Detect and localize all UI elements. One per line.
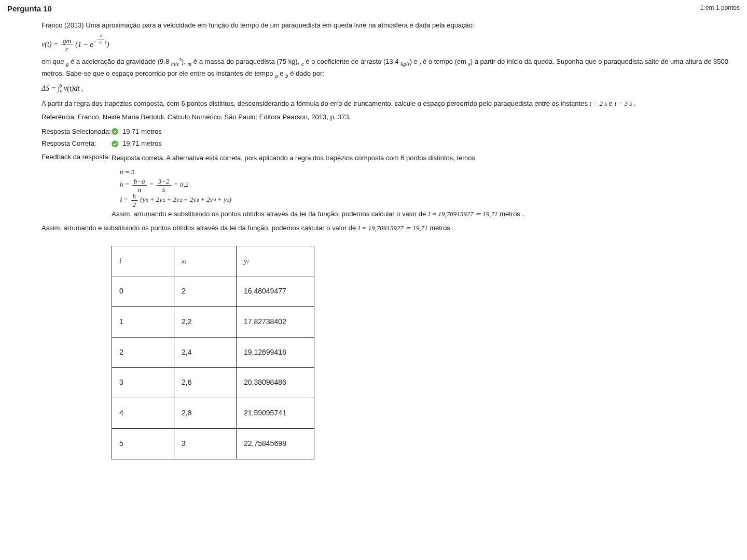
t2: t = 3 s xyxy=(615,100,632,107)
eq1-exp-num: c xyxy=(98,34,104,39)
table-row: 5322,75845698 xyxy=(112,428,314,459)
eq1-exp-den: m xyxy=(98,39,104,45)
table-cell: 2,8 xyxy=(174,398,237,429)
feedback-label: Feedback da resposta: xyxy=(42,152,112,221)
table-cell: 19,12699418 xyxy=(237,337,314,368)
table-cell: 17,82738402 xyxy=(237,307,314,338)
question-body: Franco (2013) Uma aproximação para a vel… xyxy=(42,20,737,459)
var-t: t xyxy=(419,61,421,67)
check-icon xyxy=(112,141,118,147)
answer-block: Resposta Selecionada: 19,71 metros Respo… xyxy=(42,127,737,149)
txt: n xyxy=(132,186,147,193)
data-table: i xᵢ yᵢ 0216,4804947712,217,8273840222,4… xyxy=(112,246,314,459)
txt: 5 xyxy=(157,186,171,193)
var-g: g xyxy=(66,61,68,67)
txt: é o coeficiente de arrasto (13,4 xyxy=(306,58,400,65)
var-c: c xyxy=(301,61,304,67)
txt: (y₀ + 2y₁ + 2y₂ + 2y₃ + 2y₄ + y₅) xyxy=(140,196,231,204)
txt: h xyxy=(131,193,138,201)
txt: é a massa do paraquedista (75 kg), xyxy=(193,58,301,65)
problem-task: A partir da regra dos trapézios composta… xyxy=(42,99,737,109)
problem-reference: Referência: Franco, Neide Maria Bertoldi… xyxy=(42,112,737,122)
feedback-conclusion-2: Assim, arrumando e substituindo os ponto… xyxy=(42,223,737,233)
txt: Assim, arrumando e substituindo os ponto… xyxy=(42,224,358,232)
eq1-rhs-a: (1 − e xyxy=(75,40,93,48)
fm-n: n = 5 xyxy=(120,166,737,178)
table-cell: 22,75845698 xyxy=(237,428,314,459)
txt: é dado por: xyxy=(290,69,324,77)
table-cell: 2,6 xyxy=(174,368,237,398)
t1: t = 2 s xyxy=(590,100,607,107)
question-points: 1 em 1 pontos xyxy=(700,4,740,11)
correct-answer-value: 19,71 metros xyxy=(122,138,162,149)
problem-description: em que g é a aceleração da gravidade (9,… xyxy=(42,57,737,80)
table-row: 12,217,82738402 xyxy=(112,307,314,338)
feedback-math: n = 5 h = b−an = 3−25 = 0,2 I = h2 (y₀ +… xyxy=(120,166,737,208)
eq2-lhs: ΔS = ∫ xyxy=(42,85,60,92)
fm-I: I = h2 (y₀ + 2y₁ + 2y₂ + 2y₃ + 2y₄ + y₅) xyxy=(120,193,737,208)
txt: A partir da regra dos trapézios composta… xyxy=(42,100,590,107)
txt: . xyxy=(632,100,635,107)
txt: metros . xyxy=(498,210,524,218)
table-cell: 4 xyxy=(112,398,174,429)
I-val-1: I = 19,70915927 ≃ 19,71 xyxy=(428,210,498,218)
txt: em que xyxy=(42,58,66,65)
fm-h: h = b−an = 3−25 = 0,2 xyxy=(120,178,737,193)
question-number: Pergunta 10 xyxy=(7,4,52,13)
txt: ) e xyxy=(410,58,420,65)
I-val-2: I = 19,70915927 ≃ 19,71 xyxy=(358,224,428,232)
txt: 2 xyxy=(131,201,138,208)
eq1-frac-den: c xyxy=(61,45,73,52)
table-cell: 2,2 xyxy=(174,307,237,338)
eq1-frac: gm c xyxy=(61,37,73,52)
equation-velocity: v(t) = gm c (1 − e− c m t) xyxy=(42,34,737,52)
feedback-conclusion-1: Assim, arrumando e substituindo os ponto… xyxy=(112,209,737,219)
equation-integral: ΔS = ∫ab v(t)dt , xyxy=(42,83,737,94)
table-row: 0216,48049477 xyxy=(112,276,314,307)
selected-answer-label: Resposta Selecionada: xyxy=(42,127,112,137)
txt: = xyxy=(149,181,156,189)
question-header: Pergunta 10 1 em 1 pontos xyxy=(7,4,740,13)
table-cell: 0 xyxy=(112,276,174,307)
txt: = 0,2 xyxy=(174,181,188,189)
table-cell: 2,4 xyxy=(174,337,237,368)
table-cell: 1 xyxy=(112,307,174,338)
var-m: m xyxy=(187,61,191,67)
txt: I = xyxy=(120,196,130,204)
feedback-intro: Resposta correta. A alternativa está cor… xyxy=(112,153,737,163)
col-y: yᵢ xyxy=(237,246,314,276)
table-row: 22,419,12699418 xyxy=(112,337,314,368)
eq2-tail: v(t)dt , xyxy=(62,85,84,92)
check-icon xyxy=(112,128,118,135)
txt: h = xyxy=(120,181,131,189)
table-cell: 20,38098486 xyxy=(237,368,314,398)
unit-kgs: kg/s xyxy=(400,61,409,67)
txt: ), xyxy=(182,58,188,65)
selected-answer-row: Resposta Selecionada: 19,71 metros xyxy=(42,127,737,137)
table-cell: 2 xyxy=(174,276,237,307)
txt: e xyxy=(607,100,614,107)
txt: 3−2 xyxy=(157,178,171,186)
var-a: a xyxy=(275,72,278,78)
problem-intro: Franco (2013) Uma aproximação para a vel… xyxy=(42,20,737,31)
table-row: 32,620,38098486 xyxy=(112,368,314,398)
table-cell: 3 xyxy=(112,368,174,398)
unit-ms: m/s xyxy=(171,61,179,67)
feedback-text: Resposta correta. A alternativa está cor… xyxy=(112,152,737,221)
table-cell: 21,59095741 xyxy=(237,398,314,429)
selected-answer-value: 19,71 metros xyxy=(122,127,162,137)
txt: b−a xyxy=(132,178,147,186)
data-table-wrap: i xᵢ yᵢ 0216,4804947712,217,8273840222,4… xyxy=(112,246,737,459)
question-page: Pergunta 10 1 em 1 pontos Franco (2013) … xyxy=(0,0,747,560)
correct-answer-row: Resposta Correta: 19,71 metros xyxy=(42,138,737,149)
feedback-block: Feedback da resposta: Resposta correta. … xyxy=(42,152,737,221)
table-cell: 2 xyxy=(112,337,174,368)
table-cell: 16,48049477 xyxy=(237,276,314,307)
txt: é o tempo (em xyxy=(423,58,468,65)
table-row: 42,821,59095741 xyxy=(112,398,314,429)
table-header-row: i xᵢ yᵢ xyxy=(112,246,314,276)
eq1-frac-num: gm xyxy=(61,37,73,45)
col-x: xᵢ xyxy=(174,246,237,276)
var-b: b xyxy=(285,72,288,78)
eq1-lhs: v(t) = xyxy=(42,40,58,48)
